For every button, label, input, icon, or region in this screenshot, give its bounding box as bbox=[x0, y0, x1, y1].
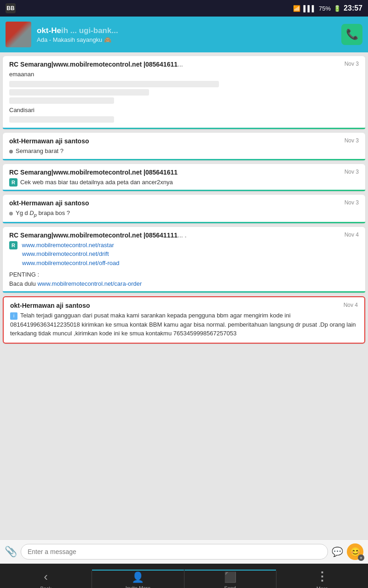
message-date: Nov 4 bbox=[344, 302, 358, 308]
message-date: Nov 3 bbox=[345, 137, 359, 144]
message-body: Semarang barat ? bbox=[9, 147, 359, 156]
message-body: R www.mobilremotecontrol.net/rastar www.… bbox=[9, 241, 359, 288]
message-date: Nov 3 bbox=[345, 169, 359, 175]
link-drift[interactable]: www.mobilremotecontrol.net/drift bbox=[22, 250, 109, 257]
r-badge: R bbox=[9, 241, 17, 250]
message-header: RC Semarang|www.mobilremotecontrol.net |… bbox=[9, 61, 359, 68]
message-card: okt-Hermawan aji santoso Nov 3 Semarang … bbox=[3, 133, 365, 160]
battery-level: 75% bbox=[319, 5, 331, 12]
wifi-icon: 📶 bbox=[293, 5, 300, 12]
message-card: RC Semarang|www.mobilremotecontrol.net |… bbox=[3, 227, 365, 293]
message-header: RC Semarang|www.mobilremotecontrol.net |… bbox=[9, 232, 359, 239]
nav-more-label: More bbox=[316, 586, 328, 588]
phone-icon: 📞 bbox=[346, 28, 358, 40]
nav-back[interactable]: ‹ Back bbox=[0, 570, 92, 588]
emoji-button[interactable]: 😊 + bbox=[347, 543, 363, 560]
message-input[interactable] bbox=[21, 544, 328, 560]
message-header: okt-Hermawan aji santoso Nov 4 bbox=[10, 302, 358, 309]
message-sender: okt-Hermawan aji santoso bbox=[10, 302, 90, 309]
message-header: okt-Hermawan aji santoso Nov 3 bbox=[9, 137, 359, 145]
chat-area: RC Semarang|www.mobilremotecontrol.net |… bbox=[0, 52, 368, 539]
message-body: RCek web mas biar tau detailnya ada peta… bbox=[9, 178, 359, 187]
message-header: okt-Hermawan aji santoso Nov 3 bbox=[9, 199, 359, 207]
message-card: RC Semarang|www.mobilremotecontrol.net |… bbox=[3, 164, 365, 192]
nav-send[interactable]: ⬛ Send bbox=[184, 570, 276, 588]
link-cara-order[interactable]: www.mobilremotecontrol.net/cara-order bbox=[37, 280, 142, 287]
nav-invite[interactable]: 👤 Invite More bbox=[92, 570, 184, 588]
back-icon: ‹ bbox=[44, 570, 48, 584]
message-sender: RC Semarang|www.mobilremotecontrol.net |… bbox=[9, 232, 186, 239]
bbm-icon: BB bbox=[6, 3, 16, 13]
avatar[interactable] bbox=[6, 22, 31, 47]
more-icon: ⋮ bbox=[316, 570, 328, 584]
message-sender: okt-Hermawan aji santoso bbox=[9, 137, 89, 145]
link-rastar[interactable]: www.mobilremotecontrol.net/rastar bbox=[22, 242, 114, 249]
status-bar: BB 📶 ▌▌▌ 75% 🔋 23:57 bbox=[0, 0, 368, 17]
message-body: emaanan Candisari bbox=[9, 70, 359, 123]
message-date: Nov 3 bbox=[345, 199, 359, 206]
message-card: okt-Hermawan aji santoso Nov 3 Yg d Dp b… bbox=[3, 195, 365, 223]
message-body: Yg d Dp brapa bos ? bbox=[9, 209, 359, 219]
message-date: Nov 4 bbox=[345, 232, 359, 238]
status-right: 📶 ▌▌▌ 75% 🔋 23:57 bbox=[293, 4, 362, 12]
message-sender: RC Semarang|www.mobilremotecontrol.net |… bbox=[9, 169, 178, 176]
message-sender: okt-Hermawan aji santoso bbox=[9, 199, 89, 207]
input-area: 📎 💬 😊 + bbox=[0, 539, 368, 564]
nav-more[interactable]: ⋮ More bbox=[276, 570, 368, 588]
nav-back-label: Back bbox=[40, 586, 51, 588]
contact-status: Ada - Makasih sayangku 🙈 bbox=[37, 36, 336, 43]
attach-button[interactable]: 📎 bbox=[5, 546, 17, 558]
message-date: Nov 3 bbox=[345, 61, 359, 67]
nav-send-label: Send bbox=[224, 585, 236, 588]
message-body: iTelah terjadi gangguan dari pusat maka … bbox=[10, 311, 358, 338]
send-icon: 💬 bbox=[332, 546, 343, 557]
battery-icon: 🔋 bbox=[334, 5, 341, 12]
call-button[interactable]: 📞 bbox=[341, 24, 362, 45]
info-icon: i bbox=[10, 312, 17, 320]
message-card-highlighted: okt-Hermawan aji santoso Nov 4 iTelah te… bbox=[3, 296, 365, 344]
time: 23:57 bbox=[344, 4, 362, 12]
contact-name: okt-Heih ... ugi-bank... bbox=[37, 26, 336, 35]
header-info: okt-Heih ... ugi-bank... Ada - Makasih s… bbox=[37, 26, 336, 43]
nav-invite-label: Invite More bbox=[126, 585, 150, 588]
plus-badge: + bbox=[358, 554, 364, 561]
message-header: RC Semarang|www.mobilremotecontrol.net |… bbox=[9, 169, 359, 176]
link-offroad[interactable]: www.mobilremotecontrol.net/off-road bbox=[22, 260, 119, 266]
signal-icon: ▌▌▌ bbox=[303, 5, 316, 12]
chat-header: okt-Heih ... ugi-bank... Ada - Makasih s… bbox=[0, 17, 368, 52]
invite-icon: 👤 bbox=[132, 571, 144, 583]
message-card: RC Semarang|www.mobilremotecontrol.net |… bbox=[3, 56, 365, 129]
r-badge: R bbox=[9, 178, 17, 187]
send-nav-icon: ⬛ bbox=[224, 571, 236, 583]
message-sender: RC Semarang|www.mobilremotecontrol.net |… bbox=[9, 61, 183, 68]
bottom-nav: ‹ Back 👤 Invite More ⬛ Send ⋮ More bbox=[0, 564, 368, 588]
